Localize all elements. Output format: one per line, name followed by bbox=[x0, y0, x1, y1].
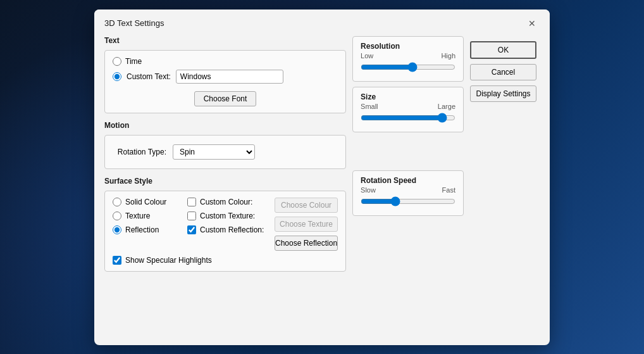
action-buttons-panel: OK Cancel Display Settings bbox=[470, 36, 540, 279]
custom-text-radio-row: Custom Text: bbox=[113, 70, 338, 84]
custom-text-label: Custom Text: bbox=[127, 72, 171, 81]
reflection-label: Reflection bbox=[125, 225, 159, 234]
motion-section-box: Rotation Type: Spin Seesaw Wobble None bbox=[104, 135, 346, 169]
rotation-type-select[interactable]: Spin Seesaw Wobble None bbox=[173, 144, 255, 160]
motion-section: Motion Rotation Type: Spin Seesaw Wobble… bbox=[104, 121, 346, 169]
resolution-slider[interactable] bbox=[361, 62, 455, 72]
rotation-speed-label: Rotation Speed bbox=[361, 176, 455, 185]
dialog-title: 3D Text Settings bbox=[104, 18, 164, 28]
custom-colour-label: Custom Colour: bbox=[200, 198, 252, 206]
solid-colour-radio[interactable] bbox=[113, 198, 121, 206]
time-label: Time bbox=[125, 57, 142, 66]
custom-text-input[interactable] bbox=[176, 70, 283, 84]
choose-texture-button[interactable]: Choose Texture bbox=[275, 217, 338, 232]
size-slider[interactable] bbox=[361, 113, 455, 123]
show-specular-checkbox[interactable] bbox=[113, 256, 121, 265]
main-content: Text Time Custom Text: bbox=[94, 36, 550, 279]
choose-colour-button[interactable]: Choose Colour bbox=[275, 198, 338, 213]
texture-label: Texture bbox=[125, 212, 150, 220]
cancel-button[interactable]: Cancel bbox=[470, 64, 536, 80]
reflection-row: Reflection bbox=[113, 225, 182, 234]
sections-column: Text Time Custom Text: bbox=[104, 36, 346, 279]
display-settings-button[interactable]: Display Settings bbox=[470, 85, 536, 102]
resolution-label: Resolution bbox=[361, 42, 455, 51]
custom-reflection-checkbox[interactable] bbox=[187, 225, 196, 234]
title-bar: 3D Text Settings ✕ bbox=[94, 9, 550, 36]
size-label: Size bbox=[361, 92, 455, 101]
surface-checkbox-col: Custom Colour: Custom Texture: Custom Re… bbox=[187, 198, 269, 234]
surface-style-section: Surface Style Solid Colour Texture bbox=[104, 177, 346, 272]
choose-font-button[interactable]: Choose Font bbox=[194, 91, 257, 106]
custom-colour-checkbox[interactable] bbox=[187, 198, 196, 206]
show-specular-label: Show Specular Highlights bbox=[125, 256, 212, 265]
text-section-label: Text bbox=[104, 36, 346, 45]
choose-reflection-button[interactable]: Choose Reflection bbox=[275, 236, 338, 251]
ok-button[interactable]: OK bbox=[470, 41, 536, 59]
custom-texture-label: Custom Texture: bbox=[200, 212, 255, 220]
surface-style-content: Solid Colour Texture Reflection bbox=[113, 198, 338, 251]
resolution-range-labels: Low High bbox=[361, 52, 455, 60]
show-specular-row: Show Specular Highlights bbox=[113, 256, 338, 265]
surface-style-box: Solid Colour Texture Reflection bbox=[104, 191, 346, 272]
size-section: Size Small Large bbox=[352, 87, 464, 132]
rotation-speed-slider-box: Rotation Speed Slow Fast bbox=[352, 170, 464, 216]
rotation-type-label: Rotation Type: bbox=[113, 148, 166, 156]
resolution-section: Resolution Low High bbox=[352, 36, 464, 82]
reflection-radio[interactable] bbox=[113, 225, 121, 234]
text-section-box: Time Custom Text: Choose Font bbox=[104, 50, 346, 113]
custom-texture-checkbox[interactable] bbox=[187, 212, 196, 220]
resolution-high-label: High bbox=[441, 52, 455, 60]
motion-section-label: Motion bbox=[104, 121, 346, 130]
size-large-label: Large bbox=[438, 103, 455, 110]
time-radio-row: Time bbox=[113, 57, 338, 66]
rotation-speed-range-labels: Slow Fast bbox=[361, 186, 455, 194]
rotation-slow-label: Slow bbox=[361, 186, 376, 194]
surface-radio-col: Solid Colour Texture Reflection bbox=[113, 198, 182, 234]
sliders-column: Resolution Low High Size Small Large bbox=[352, 36, 464, 279]
custom-text-radio[interactable] bbox=[113, 72, 121, 81]
text-radio-group: Time Custom Text: bbox=[113, 57, 338, 84]
size-range-labels: Small Large bbox=[361, 103, 455, 110]
close-button[interactable]: ✕ bbox=[524, 16, 540, 31]
resolution-slider-box: Resolution Low High bbox=[352, 36, 464, 82]
solid-colour-label: Solid Colour bbox=[125, 198, 166, 206]
custom-colour-row: Custom Colour: bbox=[187, 198, 269, 206]
texture-radio[interactable] bbox=[113, 212, 121, 220]
texture-row: Texture bbox=[113, 212, 182, 220]
custom-texture-row: Custom Texture: bbox=[187, 212, 269, 220]
time-radio[interactable] bbox=[113, 57, 121, 66]
solid-colour-row: Solid Colour bbox=[113, 198, 182, 206]
size-slider-box: Size Small Large bbox=[352, 87, 464, 132]
rotation-type-row: Rotation Type: Spin Seesaw Wobble None bbox=[113, 142, 338, 162]
custom-reflection-row: Custom Reflection: bbox=[187, 225, 269, 234]
surface-style-label: Surface Style bbox=[104, 177, 346, 186]
size-small-label: Small bbox=[361, 103, 378, 110]
text-section: Text Time Custom Text: bbox=[104, 36, 346, 113]
choose-font-row: Choose Font bbox=[113, 91, 338, 106]
dialog-window: 3D Text Settings ✕ Text Time Custom bbox=[94, 9, 550, 345]
custom-reflection-label: Custom Reflection: bbox=[200, 225, 264, 234]
rotation-fast-label: Fast bbox=[442, 186, 455, 194]
rotation-speed-slider[interactable] bbox=[361, 196, 455, 206]
rotation-speed-section: Rotation Speed Slow Fast bbox=[352, 170, 464, 216]
surface-button-col: Choose Colour Choose Texture Choose Refl… bbox=[275, 198, 338, 251]
resolution-low-label: Low bbox=[361, 52, 373, 60]
